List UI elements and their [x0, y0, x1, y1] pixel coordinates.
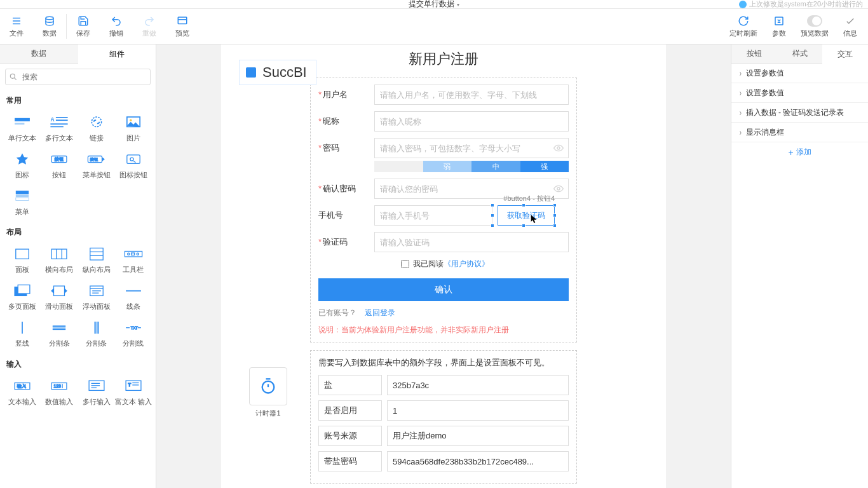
- multi-input-icon: [86, 376, 107, 395]
- extra-value: 用户注册demo: [387, 426, 569, 446]
- password-input[interactable]: [374, 138, 569, 158]
- timer-widget[interactable]: 计时器1: [249, 367, 287, 405]
- search-icon: [9, 72, 18, 81]
- code-input[interactable]: [374, 232, 569, 252]
- note-text: 说明：当前为体验新用户注册功能，并非实际新用户注册: [318, 325, 569, 336]
- interaction-item[interactable]: 设置参数值: [731, 83, 868, 103]
- extra-row: 是否启用1: [318, 400, 569, 421]
- extra-label: 盐: [318, 375, 382, 395]
- timer-label: 计时器1: [250, 409, 287, 418]
- tab-data[interactable]: 数据: [0, 44, 78, 64]
- component-single-text[interactable]: 单行文本: [4, 109, 41, 146]
- component-link[interactable]: 链接: [78, 109, 115, 146]
- tab-components[interactable]: 组件: [78, 44, 156, 64]
- split-line-icon: TXT: [123, 318, 144, 337]
- component-button[interactable]: 按钮按钮: [41, 146, 78, 182]
- component-multi-input[interactable]: 多行输入: [78, 372, 115, 409]
- svg-point-7: [10, 74, 15, 78]
- component-label: 工具栏: [123, 266, 144, 273]
- extra-label: 带盐密码: [318, 451, 382, 471]
- interaction-item[interactable]: 插入数据 - 验证码发送记录表: [731, 103, 868, 123]
- add-action-button[interactable]: 添加: [731, 142, 868, 162]
- tab-interaction[interactable]: 交互: [822, 44, 868, 64]
- header-title[interactable]: 提交单行数据: [409, 0, 459, 10]
- image-icon: [123, 112, 144, 132]
- file-button[interactable]: 文件: [0, 9, 33, 44]
- agree-row: 我已阅读 《用户协议》: [401, 259, 569, 269]
- line-icon: [123, 281, 144, 300]
- svg-text:按钮: 按钮: [55, 157, 64, 161]
- back-login-link[interactable]: 返回登录: [365, 308, 395, 317]
- component-multi-panel[interactable]: 多页面板: [4, 277, 41, 314]
- extra-value: 325b7a3c: [387, 375, 569, 395]
- nickname-input[interactable]: [374, 111, 569, 132]
- agreement-link[interactable]: 《用户协议》: [444, 259, 489, 269]
- text-input-icon: 输入: [11, 376, 33, 395]
- confirm-button[interactable]: 确认: [318, 278, 569, 301]
- canvas[interactable]: SuccBI 新用户注册 *用户名 *昵称 *密码 弱中强 *确认密码 手机号 …: [156, 44, 731, 488]
- data-button[interactable]: 数据: [33, 9, 66, 44]
- username-input[interactable]: [374, 85, 569, 105]
- tab-style[interactable]: 样式: [777, 44, 823, 64]
- svg-point-73: [557, 187, 560, 190]
- svg-rect-15: [51, 126, 64, 128]
- phone-input[interactable]: [374, 205, 492, 226]
- rich-input-icon: T: [123, 376, 144, 395]
- svg-line-8: [15, 78, 17, 80]
- search-input[interactable]: [5, 69, 151, 85]
- get-code-button[interactable]: 获取验证码: [498, 205, 555, 226]
- preview-data-button[interactable]: 预览数据: [797, 9, 832, 44]
- info-button[interactable]: 信息: [832, 9, 868, 44]
- component-multi-text[interactable]: A多行文本: [41, 109, 78, 146]
- undo-button[interactable]: 撤销: [100, 9, 133, 44]
- component-num-input[interactable]: 123数值输入: [41, 372, 78, 409]
- svg-text:按钮: 按钮: [90, 158, 97, 161]
- panel-icon: [11, 244, 33, 263]
- svg-rect-9: [15, 118, 30, 121]
- component-label: 分割条: [86, 339, 107, 347]
- component-image[interactable]: 图片: [115, 109, 152, 146]
- component-vline[interactable]: 竖线: [4, 314, 41, 351]
- interaction-item[interactable]: 设置参数值: [731, 64, 868, 83]
- component-text-input[interactable]: 输入文本输入: [4, 372, 41, 409]
- component-icon[interactable]: 图标: [4, 146, 41, 182]
- component-toolbar-c[interactable]: 工具栏: [115, 240, 152, 277]
- svg-rect-13: [56, 120, 68, 121]
- component-menu[interactable]: 菜单: [4, 182, 41, 219]
- split-bar-icon: [48, 318, 70, 337]
- interaction-item[interactable]: 显示消息框: [731, 123, 868, 142]
- component-icon-button[interactable]: 图标按钮: [115, 146, 152, 182]
- component-label: 链接: [90, 134, 104, 142]
- component-rich-input[interactable]: T富文本 输入: [115, 372, 152, 409]
- preview-button[interactable]: 预览: [166, 9, 199, 44]
- svg-text:输入: 输入: [17, 384, 26, 389]
- component-float-panel[interactable]: 浮动面板: [78, 277, 115, 314]
- toolbar-c-icon: [123, 244, 144, 263]
- brand-chip[interactable]: SuccBI: [239, 60, 316, 85]
- eye-icon[interactable]: [553, 143, 564, 153]
- component-vlayout[interactable]: 纵向布局: [78, 240, 115, 277]
- component-panel[interactable]: 面板: [4, 240, 41, 277]
- extra-row: 盐325b7a3c: [318, 375, 569, 395]
- component-line[interactable]: 线条: [115, 277, 152, 314]
- component-label: 分割条: [49, 339, 70, 347]
- component-split-line[interactable]: TXT分割线: [115, 314, 152, 351]
- params-button[interactable]: 参数: [761, 9, 797, 44]
- component-split-bar[interactable]: 分割条: [41, 314, 78, 351]
- toggle-switch[interactable]: [807, 15, 822, 27]
- component-slide-panel[interactable]: 滑动面板: [41, 277, 78, 314]
- component-menu-button[interactable]: 按钮菜单按钮: [78, 146, 115, 182]
- timed-refresh-button[interactable]: 定时刷新: [726, 9, 761, 44]
- component-hlayout[interactable]: 横向布局: [41, 240, 78, 277]
- component-label: 菜单: [15, 208, 29, 215]
- eye-icon[interactable]: [553, 184, 564, 194]
- form-panel: *用户名 *昵称 *密码 弱中强 *确认密码 手机号 获取验证码 #button…: [310, 78, 577, 342]
- save-button[interactable]: 保存: [67, 9, 100, 44]
- svg-text:T: T: [128, 381, 131, 387]
- component-label: 文本输入: [8, 398, 36, 405]
- component-label: 浮动面板: [83, 302, 111, 310]
- agree-checkbox[interactable]: [401, 260, 409, 268]
- svg-rect-10: [15, 123, 24, 125]
- tab-button-props[interactable]: 按钮: [731, 44, 777, 64]
- component-split-bar2[interactable]: 分割条: [78, 314, 115, 351]
